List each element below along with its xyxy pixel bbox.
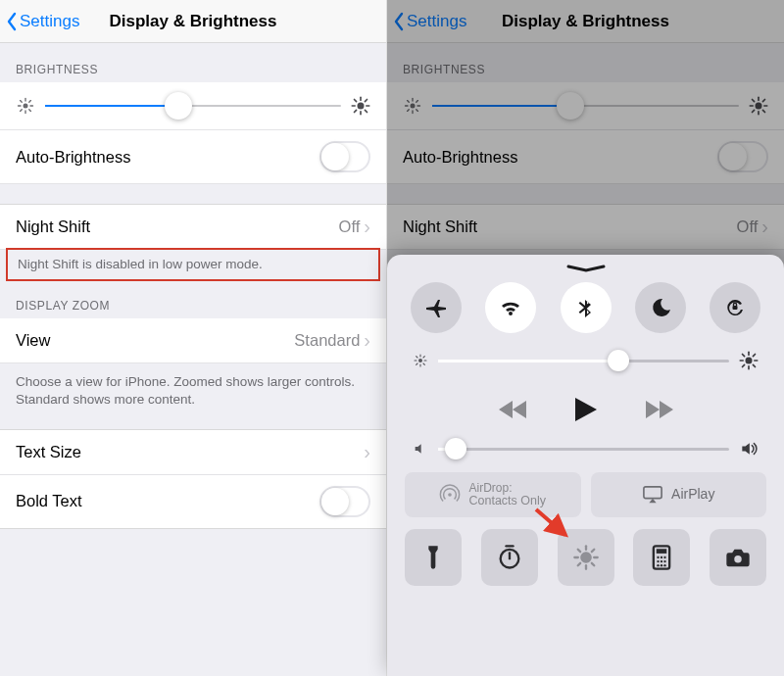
svg-point-46 <box>746 358 753 364</box>
chevron-right-icon: › <box>364 329 370 352</box>
grabber-icon[interactable] <box>566 265 606 270</box>
night-shift-button[interactable] <box>558 529 614 586</box>
page-title: Display & Brightness <box>110 12 277 31</box>
bold-text-label: Bold Text <box>16 492 319 510</box>
back-label: Settings <box>20 12 79 31</box>
night-shift-row[interactable]: Night Shift Off › <box>387 204 784 250</box>
orientation-lock-icon <box>723 296 747 319</box>
back-button[interactable]: Settings <box>6 12 79 31</box>
prev-icon <box>497 399 530 420</box>
calculator-button[interactable] <box>633 529 690 586</box>
airplay-icon <box>642 485 663 505</box>
text-size-label: Text Size <box>16 443 364 461</box>
dnd-toggle[interactable] <box>635 282 686 333</box>
flashlight-icon <box>419 544 447 571</box>
moon-icon <box>649 296 672 319</box>
settings-pane-right: Settings Display & Brightness BRIGHTNESS… <box>387 0 784 676</box>
svg-line-23 <box>408 101 410 103</box>
brightness-track <box>45 105 341 107</box>
prev-button[interactable] <box>497 399 530 420</box>
timer-icon <box>496 544 523 571</box>
cc-brightness-knob[interactable] <box>608 350 629 371</box>
orientation-lock-toggle[interactable] <box>710 282 760 333</box>
next-button[interactable] <box>642 399 675 420</box>
svg-line-26 <box>416 101 418 103</box>
play-button[interactable] <box>573 396 599 423</box>
display-zoom-header: DISPLAY ZOOM <box>0 279 386 318</box>
sun-large-icon <box>749 96 768 116</box>
svg-line-16 <box>355 110 357 112</box>
text-size-row[interactable]: Text Size › <box>0 429 386 475</box>
svg-point-76 <box>664 560 666 562</box>
camera-button[interactable] <box>710 529 766 586</box>
back-label: Settings <box>407 12 466 31</box>
night-shift-row[interactable]: Night Shift Off › <box>0 204 386 250</box>
svg-line-54 <box>753 355 755 357</box>
brightness-knob[interactable] <box>165 92 192 120</box>
toggle-row <box>411 282 760 333</box>
svg-point-37 <box>418 359 422 362</box>
airdrop-button[interactable]: AirDrop: Contacts Only <box>405 472 581 517</box>
volume-slider[interactable] <box>413 439 759 459</box>
airdrop-text: AirDrop: Contacts Only <box>468 482 546 508</box>
svg-point-77 <box>658 564 660 566</box>
svg-line-45 <box>423 357 424 358</box>
view-row[interactable]: View Standard › <box>0 318 386 363</box>
svg-point-79 <box>664 564 666 566</box>
cc-brightness-slider[interactable] <box>413 351 759 370</box>
brightness-header: BRIGHTNESS <box>0 43 386 82</box>
svg-line-44 <box>416 363 417 364</box>
auto-brightness-label: Auto-Brightness <box>16 148 319 167</box>
bold-text-switch[interactable] <box>319 486 370 517</box>
volume-high-icon <box>739 439 759 459</box>
bold-text-row: Bold Text <box>0 475 386 529</box>
auto-brightness-switch[interactable] <box>319 141 370 172</box>
svg-point-0 <box>24 104 28 109</box>
svg-line-5 <box>21 101 23 103</box>
svg-line-17 <box>365 100 367 102</box>
page-title: Display & Brightness <box>502 12 669 31</box>
airdrop-icon <box>439 484 461 506</box>
svg-point-27 <box>756 103 762 110</box>
settings-pane-left: Settings Display & Brightness BRIGHTNESS… <box>0 0 387 676</box>
next-icon <box>642 399 675 420</box>
share-row: AirDrop: Contacts Only AirPlay <box>405 472 766 517</box>
brightness-slider[interactable] <box>0 82 386 130</box>
svg-point-72 <box>661 556 662 558</box>
svg-point-18 <box>411 104 416 109</box>
night-shift-note: Night Shift is disabled in low power mod… <box>6 248 380 281</box>
sun-small-icon <box>403 96 422 116</box>
svg-rect-70 <box>657 549 667 554</box>
svg-line-8 <box>29 101 31 103</box>
navbar: Settings Display & Brightness <box>0 0 386 43</box>
brightness-header: BRIGHTNESS <box>387 43 784 82</box>
auto-brightness-switch[interactable] <box>717 141 768 172</box>
back-button[interactable]: Settings <box>393 12 466 31</box>
airplay-button[interactable]: AirPlay <box>591 472 767 517</box>
svg-point-9 <box>358 103 365 110</box>
svg-line-6 <box>29 110 31 112</box>
camera-icon <box>724 544 752 571</box>
svg-line-43 <box>423 363 424 364</box>
svg-line-42 <box>416 357 417 358</box>
night-shift-value: Off <box>737 217 759 236</box>
airplane-toggle[interactable] <box>411 282 462 333</box>
svg-line-15 <box>365 110 367 112</box>
flashlight-button[interactable] <box>405 529 462 586</box>
auto-brightness-row: Auto-Brightness <box>0 130 386 184</box>
bottom-shortcuts <box>405 529 766 586</box>
svg-rect-56 <box>644 487 662 499</box>
night-shift-label: Night Shift <box>403 217 737 236</box>
volume-knob[interactable] <box>445 438 466 459</box>
brightness-slider[interactable] <box>387 82 784 130</box>
brightness-knob[interactable] <box>557 92 584 120</box>
night-shift-value: Off <box>339 217 361 236</box>
timer-button[interactable] <box>481 529 538 586</box>
svg-line-35 <box>762 100 764 102</box>
airplay-label: AirPlay <box>671 487 714 502</box>
svg-line-65 <box>577 550 579 552</box>
auto-brightness-row: Auto-Brightness <box>387 130 784 184</box>
wifi-toggle[interactable] <box>485 282 536 333</box>
bluetooth-toggle[interactable] <box>561 282 612 333</box>
svg-line-24 <box>416 110 418 112</box>
